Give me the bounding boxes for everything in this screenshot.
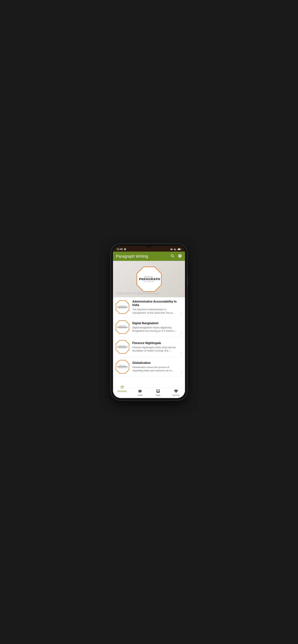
item-2-more-button[interactable]: ⋮ (180, 351, 183, 354)
label-nav-icon (138, 389, 142, 393)
search-button[interactable] (170, 254, 175, 259)
page-nav-icon (156, 389, 160, 393)
settings-status-icon (124, 248, 126, 250)
nav-label-label: Label (138, 394, 142, 396)
hero-logo: ENGLISH PARAGRAPH COLLECTION (135, 265, 163, 293)
item-1-logo-paragraph: PARAGRAPH (117, 326, 128, 328)
power-button (187, 276, 188, 286)
item-1-title: Digital Bangladesh (132, 322, 178, 325)
hero-title: Importance Of Blood Donation (116, 291, 158, 294)
hero-logo-english: ENGLISH (139, 276, 159, 278)
item-1-logo-collection: COLLECTION (117, 328, 128, 329)
item-2-logo-paragraph: PARAGRAPH (117, 346, 128, 348)
item-0-more-button[interactable]: ⋮ (180, 312, 183, 315)
item-0-logo-paragraph: PARAGRAPH (117, 306, 128, 308)
item-0-desc: The keyword of administration is managem… (132, 308, 178, 314)
hero-logo-paragraph: PARAGRAPH (139, 278, 159, 281)
item-3-desc: Globalisation means the process of expan… (132, 366, 178, 372)
bottom-nav: Paragraph Label Page Favorite (113, 387, 185, 398)
app-title: Paragraph Writing (116, 254, 148, 259)
item-0-logo-collection: COLLECTION (117, 308, 128, 309)
list-item[interactable]: ENGLISH PARAGRAPH COLLECTION Digital Ban… (113, 317, 185, 337)
svg-rect-1 (181, 249, 181, 250)
list-item[interactable]: ENGLISH PARAGRAPH COLLECTION Administrat… (113, 297, 185, 317)
status-icons (170, 248, 181, 250)
app-bar: Paragraph Writing (113, 252, 185, 261)
camera-notch (146, 246, 152, 248)
svg-rect-2 (178, 249, 180, 250)
item-2-desc: Florence Nightingale (1820-1910) laid th… (132, 346, 178, 352)
content-area: ENGLISH PARAGRAPH COLLECTION Importance … (113, 261, 185, 387)
wifi-icon (170, 248, 173, 250)
nav-favorite-label: Favorite (172, 394, 180, 396)
signal-icon (174, 248, 177, 250)
item-0-content: Administrative Accountability In India T… (132, 300, 183, 314)
item-logo-2: ENGLISH PARAGRAPH COLLECTION (115, 340, 130, 354)
status-time: 11:45 (117, 248, 123, 250)
item-1-content: Digital Bangladesh Digital Bangladesh me… (132, 322, 183, 333)
item-3-title: Globalisation (132, 361, 178, 364)
phone-screen: 11:45 (113, 246, 185, 398)
item-2-content: Florence Nightingale Florence Nightingal… (132, 341, 183, 352)
nav-paragraph-label: Paragraph (117, 390, 127, 392)
favorite-nav-icon (174, 389, 178, 393)
item-3-content: Globalisation Globalisation means the pr… (132, 361, 183, 372)
item-0-title: Administrative Accountability In India (132, 300, 178, 307)
phone-frame: 11:45 (111, 244, 187, 400)
nav-paragraph[interactable]: Paragraph (117, 389, 128, 396)
list-item[interactable]: ENGLISH PARAGRAPH COLLECTION Florence Ni… (113, 337, 185, 357)
nav-page[interactable]: Page (153, 389, 164, 396)
settings-button[interactable] (178, 254, 182, 259)
search-icon (170, 254, 175, 258)
battery-icon (178, 248, 181, 250)
nav-label[interactable]: Label (135, 389, 146, 396)
paragraph-refresh-icon (120, 385, 124, 389)
item-logo-3: ENGLISH PARAGRAPH COLLECTION (115, 360, 130, 374)
item-logo-1: ENGLISH PARAGRAPH COLLECTION (115, 320, 130, 334)
item-3-logo-collection: COLLECTION (117, 368, 128, 368)
list-item[interactable]: ENGLISH PARAGRAPH COLLECTION Globalisati… (113, 357, 185, 377)
app-bar-icons (170, 254, 182, 259)
item-logo-0: ENGLISH PARAGRAPH COLLECTION (115, 300, 130, 314)
hero-more-button[interactable]: ⋮ (179, 292, 183, 295)
item-2-title: Florence Nightingale (132, 341, 178, 345)
gear-icon (178, 254, 182, 258)
item-3-more-button[interactable]: ⋮ (180, 371, 183, 374)
nav-page-label: Page (156, 394, 160, 396)
item-2-logo-collection: COLLECTION (117, 348, 128, 349)
item-3-logo-paragraph: PARAGRAPH (117, 366, 128, 368)
item-1-desc: Digital Bangladesh means digitalizing Ba… (132, 326, 178, 332)
hero-logo-collection: COLLECTION (139, 281, 159, 282)
item-1-more-button[interactable]: ⋮ (180, 332, 183, 335)
nav-favorite[interactable]: Favorite (171, 389, 182, 396)
hero-banner[interactable]: ENGLISH PARAGRAPH COLLECTION Importance … (113, 261, 185, 297)
